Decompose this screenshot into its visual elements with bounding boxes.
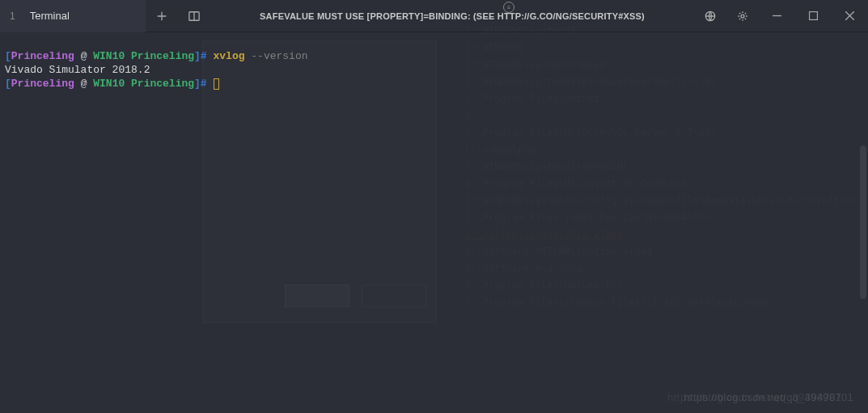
window-title: SAFEVALUE MUST USE [PROPERTY]=BINDING: (… bbox=[210, 11, 694, 21]
ghost-path-item: C:\Xilinx\Vivado\2018.2\bin bbox=[465, 226, 860, 243]
split-pane-button[interactable] bbox=[178, 0, 210, 32]
close-button[interactable] bbox=[832, 0, 868, 32]
svg-point-2 bbox=[741, 15, 744, 18]
ghost-path-item: D:\Program Files\Microsoft VS Code\bin bbox=[465, 175, 860, 192]
tab-terminal[interactable]: 1 Terminal bbox=[0, 0, 146, 32]
ghost-path-item: C:\Program Files\MySQL\MySQL Server 5.7\… bbox=[465, 124, 860, 141]
tab-label: Terminal bbox=[30, 10, 70, 22]
ghost-path-item: D:\Program Files\MATLAB\bin bbox=[465, 277, 860, 294]
gear-icon[interactable] bbox=[726, 0, 759, 32]
terminal-output[interactable]: [Princeling @ WIN10 Princeling]# xvlog -… bbox=[0, 32, 868, 107]
ghost-path-item: C:\xampp\php bbox=[465, 141, 860, 158]
scrollbar-thumb[interactable] bbox=[860, 145, 866, 299]
svg-rect-3 bbox=[810, 12, 818, 20]
maximize-button[interactable] bbox=[795, 0, 832, 32]
ghost-path-item: D:\SoftWare\Anaconda bbox=[465, 260, 860, 277]
tab-index: 1 bbox=[10, 11, 15, 22]
ghost-path-item: D:\SoftWare\MATLAB\runtime\win64 bbox=[465, 243, 860, 260]
cursor bbox=[214, 78, 219, 90]
titlebar: 1 Terminal SAFEVALUE MUST USE [PROPERTY]… bbox=[0, 0, 868, 32]
watermark: https://blog.csdn.net/qq_39498701 bbox=[684, 391, 853, 403]
ghost-path-item: C:\WINDOWS\System32\OpenSSH\ bbox=[465, 158, 860, 175]
badge-icon: ≡ bbox=[503, 2, 514, 13]
ghost-path-item: C:\WINDOWS\system32\config\systemprofile… bbox=[465, 192, 860, 209]
ghost-path-item: C:\Program Files (x86)\Dev-Cpp\MinGW64\b… bbox=[465, 209, 860, 226]
minimize-button[interactable] bbox=[759, 0, 795, 32]
ghost-path-item: C:\Program Files\(Common Files)\Intel\Wi… bbox=[465, 294, 860, 311]
ghost-path-item: D:\ bbox=[465, 107, 860, 124]
new-tab-button[interactable] bbox=[146, 0, 178, 32]
globe-icon[interactable] bbox=[694, 0, 726, 32]
